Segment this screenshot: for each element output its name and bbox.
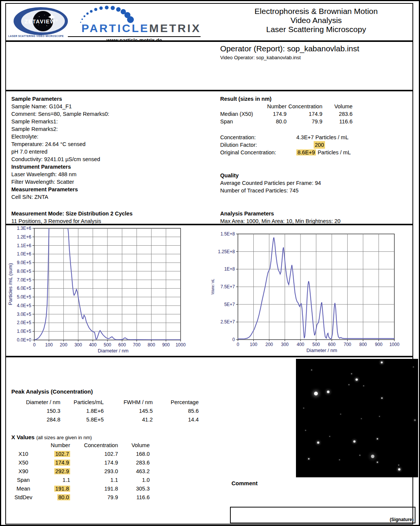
particle-dot (305, 430, 306, 431)
dilution-row: Dilution Factor:200 (220, 141, 351, 149)
analysis-parameters-title: Analysis Parameters (220, 210, 340, 217)
result-column-header: Volume (322, 103, 353, 110)
y-tick-label: 5.0E+5 (17, 294, 32, 300)
parameter-line: Sample Remarks2: (11, 125, 109, 133)
xv-row-label: X10 (11, 450, 35, 458)
sample-parameters-title: Sample Parameters (11, 95, 109, 103)
xv-cell: 116.6 (118, 493, 150, 502)
y-tick-label: 1.5E+8 (221, 231, 235, 237)
parameter-line: Temperature: 24.64 °C sensed (11, 140, 109, 148)
x-tick-label: 100 (250, 342, 257, 347)
analysis-line: Max Area: 1000, Min Area: 10, Min Bright… (220, 217, 340, 225)
xv-cell: 1.1 (35, 476, 70, 484)
y-tick-label: 9.0E+5 (17, 260, 32, 265)
x-axis-label: Diameter / nm (98, 348, 129, 354)
result-title: Result (sizes in nm) (220, 95, 353, 103)
x-values-table: NumberConcentrationVolumeX10102.7102.716… (11, 441, 150, 502)
peak-column-header: FWHM / nm (104, 398, 153, 407)
particle-dot (339, 459, 340, 460)
particle-metrix-dots-arc-icon (73, 5, 209, 23)
result-corner-cell (220, 103, 265, 110)
measurement-mode-subtitle: 11 Positions, 3 Removed for Analysis (11, 217, 133, 225)
number-distribution-chart: 0.0E+01.0E+52.0E+53.0E+54.0E+55.0E+56.0E… (5, 225, 210, 356)
x-tick-label: 600 (328, 342, 336, 347)
x-tick-label: 1000 (389, 342, 400, 347)
xv-row-label: X50 (11, 458, 35, 467)
particle-dot (327, 391, 330, 393)
xv-value: 1.1 (110, 477, 118, 483)
particle-dot (381, 361, 383, 363)
particle-dot (371, 455, 374, 458)
xv-cell: 174.9 (35, 458, 70, 467)
xv-value: 1.1 (63, 477, 70, 483)
xv-row-label: Span (11, 476, 35, 484)
result-row-label: Median (X50) (220, 110, 265, 118)
quality-title: Quality (220, 172, 321, 179)
peak-cell: 284.8 (11, 415, 60, 424)
y-tick-label: 1.2E+6 (17, 234, 32, 240)
concentration-label: Concentration: (220, 134, 296, 141)
peak-column-header: Percentage (153, 398, 199, 407)
y-tick-label: 5E+7 (224, 302, 235, 307)
xv-cell: 1.1 (70, 476, 118, 484)
parameter-line: Filter Wavelength: Scatter (11, 178, 109, 186)
y-tick-label: 3.0E+5 (17, 312, 32, 317)
xv-column-header: Number (35, 441, 70, 450)
parameter-line: Electrolyte: (11, 133, 109, 140)
x-tick-label: 0 (33, 342, 36, 348)
logo-divider (68, 36, 201, 37)
parameters-section: Sample Parameters Sample Name: G104_F1Co… (5, 91, 413, 225)
xv-value: 463.2 (136, 468, 150, 474)
y-tick-label: 0.0E+0 (17, 337, 32, 343)
y-tick-label: 2.5E+7 (221, 319, 235, 325)
concentration-row: Concentration:4.3E+7 Particles / mL (220, 134, 351, 141)
xv-value: 1.0 (142, 477, 150, 483)
x-tick-label: 0 (237, 342, 239, 347)
particle-dot (377, 461, 378, 463)
parameter-line: Cell S/N: ZNTA (11, 193, 109, 201)
parameter-line: Sample Name: G104_F1 (11, 103, 109, 110)
dilution-value: 200 (314, 141, 325, 149)
x-tick-label: 900 (375, 342, 382, 347)
parameter-line: Comment: Sens=80, Sample Remarks0: (11, 110, 109, 118)
xv-value: 283.6 (136, 460, 150, 466)
particle-dot (377, 438, 378, 440)
particle-dot (311, 369, 312, 371)
y-tick-label: 7.5E+7 (221, 284, 235, 289)
x-tick-label: 100 (45, 342, 53, 348)
y-tick-label: 1.0E+5 (17, 329, 32, 334)
xv-cell: 102.7 (70, 450, 118, 458)
xv-cell: 292.9 (35, 467, 70, 476)
y-tick-label: 8.0E+5 (17, 269, 32, 274)
particle-dot (363, 385, 364, 386)
analysis-parameters-block: Analysis Parameters Max Area: 1000, Min … (220, 210, 340, 225)
comment-label: Comment (231, 480, 258, 486)
quality-line: Number of Traced Particles: 745 (220, 187, 321, 194)
particle-dot (317, 441, 319, 444)
x-tick-label: 700 (343, 342, 351, 347)
xv-value: 80.0 (57, 494, 70, 500)
xv-cell: 1.0 (118, 476, 150, 484)
x-tick-label: 300 (281, 342, 288, 347)
result-cell: 283.6 (322, 110, 353, 118)
sample-parameters-lines: Sample Name: G104_F1Comment: Sens=80, Sa… (11, 103, 109, 163)
result-row-label: Span (220, 118, 265, 125)
measurement-mode-block: Measurement Mode: Size Distribution 2 Cy… (11, 210, 133, 225)
zetaview-brand-text: ZETAVIEW® (25, 18, 58, 25)
signature-box: (Signature) (230, 507, 415, 523)
xv-corner-cell (11, 441, 35, 450)
particle-dot (361, 418, 362, 419)
results-tables-section: Peak Analysis (Concentration) Diameter /… (5, 357, 413, 524)
x-values-title-row: X Values (all sizes are given in nm) (11, 434, 92, 441)
x-tick-label: 1000 (176, 342, 186, 348)
peak-cell: 85.6 (153, 407, 199, 415)
measurement-parameters-lines: Cell S/N: ZNTA (11, 193, 109, 201)
xv-value: 293.0 (104, 468, 118, 474)
y-tick-label: 7.0E+5 (17, 277, 32, 283)
particle-metrix-brand-text: PARTICLEMETRIX (81, 22, 201, 35)
signature-label: (Signature) (390, 517, 414, 522)
result-cell: 174.9 (287, 110, 322, 118)
peak-analysis-table: Diameter / nmParticles/mLFWHM / nmPercen… (11, 398, 199, 424)
result-cell: 174.9 (265, 110, 287, 118)
quality-block: Quality Average Counted Particles per Fr… (220, 172, 321, 194)
